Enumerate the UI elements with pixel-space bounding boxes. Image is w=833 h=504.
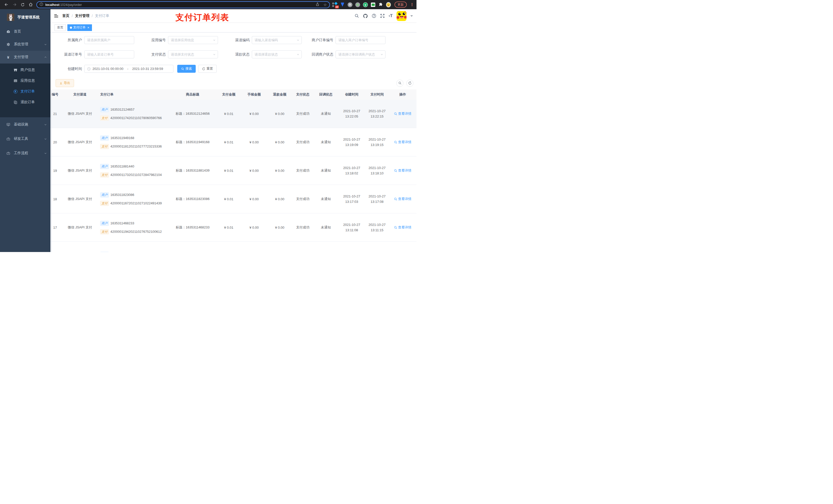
date-end: 2021-10-31 23:59:59 [132, 67, 163, 71]
logo-rabbit-image [7, 14, 14, 21]
merchant-order-no: 1635311823086 [111, 193, 134, 197]
filter-refund-status: 退款状态 [218, 50, 302, 58]
view-detail-link[interactable]: 查看详情 [394, 140, 411, 144]
merchant-input[interactable] [84, 36, 134, 44]
filter-notify-status: 回调商户状态 [302, 50, 385, 58]
cell-amount: ¥ 0.01 [214, 157, 243, 185]
sidebar-item-infrastructure[interactable]: 基础设施 [0, 117, 50, 131]
breadcrumb-payment[interactable]: 支付管理 [75, 14, 89, 18]
pay-tag: 支付 [100, 116, 109, 121]
cell-amount: ¥ 0.01 [214, 100, 243, 128]
bookmark-star-icon[interactable]: ☆ [324, 3, 327, 7]
table-row: 21 微信 JSAPI 支付 商户1635312124657 支付4200001… [50, 100, 416, 128]
search-icon[interactable] [355, 14, 359, 18]
sidebar-item-app-info[interactable]: 应用信息 [0, 75, 50, 86]
hide-search-button[interactable] [396, 80, 403, 87]
cell-id: 18 [50, 185, 63, 213]
col-pay-time: 支付时间 [363, 89, 391, 100]
cell-fee: ¥ 0.00 [243, 213, 265, 241]
fullscreen-icon[interactable] [380, 14, 385, 18]
sidebar-item-payment[interactable]: ¥ 支付管理 [0, 51, 50, 64]
avatar[interactable] [397, 11, 406, 21]
gear-icon [6, 42, 10, 46]
view-detail-link[interactable]: 查看详情 [394, 168, 411, 173]
col-status: 支付状态 [294, 89, 311, 100]
table-row: 18 微信 JSAPI 支付 商户1635311823086 支付4200001… [50, 185, 416, 213]
sidebar-item-label: 工作流程 [14, 151, 44, 155]
col-actions: 操作 [391, 89, 414, 100]
view-detail-link[interactable]: 查看详情 [394, 197, 411, 201]
tab-home[interactable]: 首页 [54, 24, 66, 31]
back-icon[interactable] [4, 2, 9, 7]
channel-code-select[interactable] [252, 36, 302, 44]
tab-pay-order[interactable]: 支付订单 × [67, 24, 92, 31]
refresh-button[interactable] [406, 80, 413, 87]
page-content: 所属商户 应用编号 渠道编码 商户订单编号 [50, 32, 416, 252]
font-size-icon[interactable]: тT [388, 13, 393, 19]
sidebar-item-pay-order[interactable]: ¥ 支付订单 [0, 86, 50, 97]
col-pay-order: 支付订单 [97, 89, 171, 100]
view-tabs-bar: 首页 支付订单 × [50, 23, 416, 32]
breadcrumb-home[interactable]: 首页 [62, 14, 69, 18]
extension-command-icon[interactable]: ⌘ [348, 2, 353, 7]
extension-gem-icon[interactable] [340, 2, 345, 7]
channel-order-no-input[interactable] [84, 50, 134, 58]
info-icon[interactable] [40, 2, 43, 7]
view-detail-link[interactable]: 查看详情 [394, 225, 411, 230]
cell-fee [243, 242, 265, 252]
search-icon [394, 141, 397, 144]
merchant-tag: 商户 [100, 136, 109, 141]
merchant-order-no: 1635312124657 [111, 107, 135, 112]
reload-icon[interactable] [21, 3, 25, 7]
top-navbar: 首页 / 支付管理 / 支付订单 тT [50, 9, 416, 23]
browser-update-button[interactable]: 更新 [395, 2, 407, 8]
help-icon[interactable] [372, 14, 376, 18]
refresh-icon [408, 81, 412, 85]
cell-refund: ¥ 0.00 [265, 213, 294, 241]
sidebar-item-home[interactable]: 首页 [0, 25, 50, 38]
view-detail-link[interactable]: 查看详情 [394, 112, 411, 116]
sidebar-item-system[interactable]: 系统管理 [0, 38, 50, 51]
extension-badge-icon[interactable]: 10 [332, 2, 337, 7]
notify-status-select[interactable] [336, 50, 385, 58]
profile-emoji-icon[interactable] [386, 2, 391, 7]
export-button[interactable]: 导出 [55, 79, 74, 87]
cell-id [50, 242, 63, 252]
merchant-order-no-input[interactable] [336, 36, 385, 44]
cell-refund [265, 242, 294, 252]
close-icon[interactable]: × [87, 26, 89, 29]
search-icon [394, 112, 397, 116]
sidebar-item-label: 支付订单 [21, 89, 35, 94]
forward-icon[interactable] [12, 2, 17, 7]
sidebar-item-merchant-info[interactable]: 商户信息 [0, 65, 50, 75]
github-icon[interactable] [363, 14, 368, 19]
refund-status-select[interactable] [252, 50, 302, 58]
share-icon[interactable] [315, 2, 319, 7]
app-logo[interactable]: 芋道管理系统 [0, 9, 50, 25]
search-button[interactable]: 搜索 [177, 65, 196, 73]
cell-fee: ¥ 0.00 [243, 157, 265, 185]
extension-chat-icon[interactable] [371, 2, 376, 7]
extensions-puzzle-icon[interactable] [378, 2, 383, 7]
extension-y-icon[interactable]: y [363, 2, 368, 7]
sidebar-item-dev-tools[interactable]: 研发工具 [0, 131, 50, 146]
browser-menu-icon[interactable]: ⋮ [410, 2, 414, 7]
extension-dot-icon[interactable] [355, 2, 360, 7]
sidebar-item-refund-order[interactable]: 退款订单 [0, 97, 50, 107]
reset-button[interactable]: 重置 [198, 65, 217, 73]
sidebar-collapse-icon[interactable] [54, 14, 58, 18]
dashboard-icon [6, 29, 10, 33]
chevron-down-icon [44, 123, 47, 126]
caret-down-icon[interactable] [410, 15, 413, 18]
filter-app-id: 应用编号 [134, 36, 218, 44]
chevron-up-icon [44, 56, 47, 58]
home-icon[interactable] [28, 2, 33, 7]
app-id-select[interactable] [168, 36, 218, 44]
table-row: 20 微信 JSAPI 支付 商户1635311949168 支付4200001… [50, 128, 416, 157]
sidebar-item-workflow[interactable]: 工作流程 [0, 146, 50, 160]
pay-status-select[interactable] [168, 50, 218, 58]
table-row: 商户1635311454796 [50, 242, 416, 252]
url-bar[interactable]: localhost:1024/pay/order ☆ [37, 1, 330, 8]
cell-title: 标题：1635312124656 [171, 100, 214, 128]
date-range-picker[interactable]: 2021-10-01 00:00:00 - 2021-10-31 23:59:5… [84, 65, 173, 73]
